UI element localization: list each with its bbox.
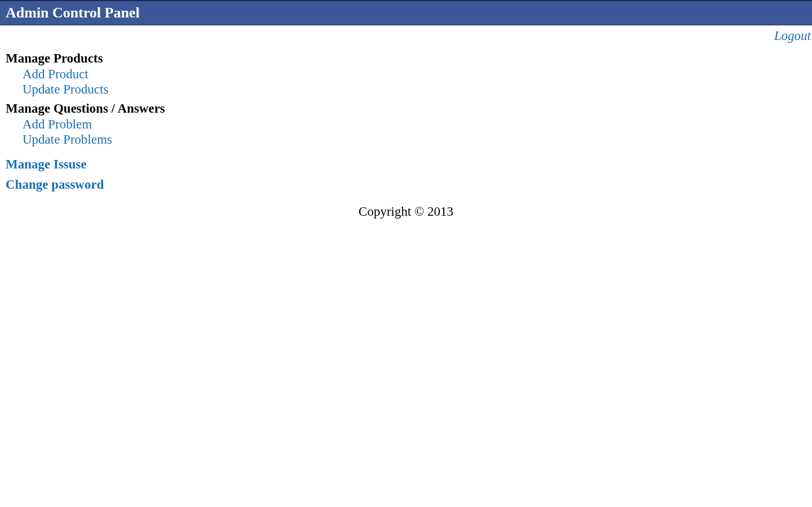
update-problems-link[interactable]: Update Problems <box>23 132 112 146</box>
update-products-row: Update Products <box>6 82 806 97</box>
footer-copyright: Copyright © 2013 <box>6 204 806 219</box>
manage-issues-link[interactable]: Manage Issuse <box>6 157 87 172</box>
change-password-row: Change password <box>6 172 806 192</box>
add-product-link[interactable]: Add Product <box>23 67 88 81</box>
main-content: Manage Products Add Product Update Produ… <box>0 43 812 219</box>
logout-link[interactable]: Logout <box>774 29 811 43</box>
manage-questions-heading: Manage Questions / Answers <box>6 101 806 116</box>
update-problems-row: Update Problems <box>6 132 806 147</box>
manage-questions-section: Manage Questions / Answers Add Problem U… <box>6 101 806 147</box>
manage-issues-row: Manage Issuse <box>6 152 806 172</box>
manage-products-section: Manage Products Add Product Update Produ… <box>6 51 806 97</box>
manage-products-heading: Manage Products <box>6 51 806 66</box>
add-problem-row: Add Problem <box>6 117 806 132</box>
update-products-link[interactable]: Update Products <box>23 82 109 96</box>
add-product-row: Add Product <box>6 67 806 82</box>
header-bar: Admin Control Panel <box>0 0 812 25</box>
add-problem-link[interactable]: Add Problem <box>23 117 92 131</box>
change-password-link[interactable]: Change password <box>6 177 104 192</box>
page-title: Admin Control Panel <box>6 5 140 21</box>
logout-row: Logout <box>0 25 812 43</box>
